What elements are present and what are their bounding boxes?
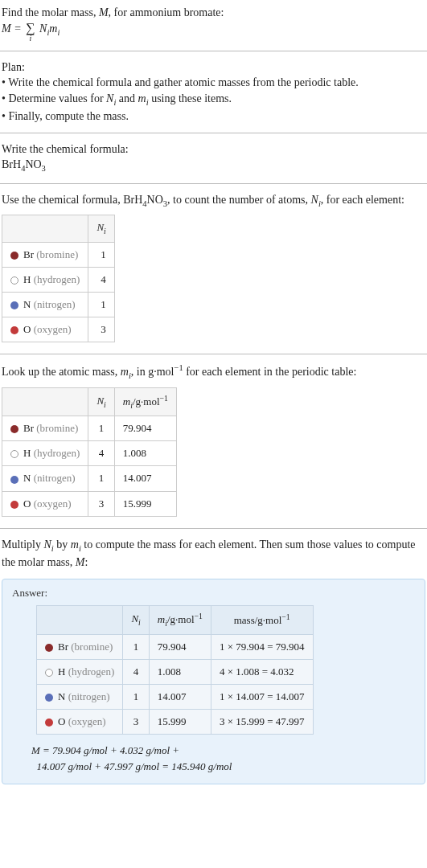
element-dot-icon xyxy=(10,301,18,309)
col-element xyxy=(2,215,88,242)
table-row: N (nitrogen) 1 14.007 xyxy=(2,466,177,491)
cell-element: O (oxygen) xyxy=(37,710,123,735)
element-dot-icon xyxy=(10,501,18,509)
lookup-section: Look up the atomic mass, mi, in g·mol−1 … xyxy=(0,358,427,524)
cell-mass: 4 × 1.008 = 4.032 xyxy=(211,659,313,684)
element-ring-icon xyxy=(10,450,18,458)
chemical-formula: BrH4NO3 xyxy=(2,157,425,174)
cell-mass: 1 × 14.007 = 14.007 xyxy=(211,685,313,710)
cell-element: N (nitrogen) xyxy=(2,293,88,317)
element-dot-icon xyxy=(45,719,53,727)
col-element xyxy=(37,606,123,635)
cell-element: N (nitrogen) xyxy=(2,466,88,491)
cell-ni: 1 xyxy=(123,634,149,659)
divider xyxy=(0,354,427,354)
divider xyxy=(0,528,427,529)
count-section: Use the chemical formula, BrH4NO3, to co… xyxy=(0,187,427,350)
cell-ni: 3 xyxy=(88,491,114,516)
divider xyxy=(0,183,427,184)
answer-box: Answer: Ni mi/g·mol−1 mass/g·mol−1 Br (b… xyxy=(2,579,425,785)
sigma-icon: ∑ i xyxy=(26,22,35,43)
answer-label: Answer: xyxy=(12,586,417,600)
col-mi: mi/g·mol−1 xyxy=(149,606,211,635)
cell-mi: 14.007 xyxy=(114,466,176,491)
count-text: Use the chemical formula, BrH4NO3, to co… xyxy=(2,192,425,210)
cell-mi: 15.999 xyxy=(114,491,176,516)
element-dot-icon xyxy=(10,476,18,484)
cell-mi: 1.008 xyxy=(114,441,176,466)
table-row: H (hydrogen) 4 1.008 4 × 1.008 = 4.032 xyxy=(37,659,314,684)
cell-element: Br (bromine) xyxy=(37,634,123,659)
cell-element: H (hydrogen) xyxy=(37,659,123,684)
cell-ni: 1 xyxy=(123,685,149,710)
intro-section: Find the molar mass, M, for ammonium bro… xyxy=(0,0,427,47)
cell-mass: 3 × 15.999 = 47.997 xyxy=(211,710,313,735)
final-line1: M = 79.904 g/mol + 4.032 g/mol + xyxy=(31,744,179,756)
multiply-text: Multiply Ni by mi to compute the mass fo… xyxy=(2,537,425,571)
cell-ni: 4 xyxy=(88,441,114,466)
final-mass: M = 79.904 g/mol + 4.032 g/mol + 14.007 … xyxy=(31,743,417,774)
table-row: O (oxygen) 3 15.999 3 × 15.999 = 47.997 xyxy=(37,710,314,735)
plan-section: Plan: Write the chemical formula and gat… xyxy=(0,55,427,129)
cell-ni: 4 xyxy=(88,267,114,292)
cell-element: O (oxygen) xyxy=(2,317,88,342)
col-mi: mi/g·mol−1 xyxy=(114,387,176,416)
answer-table: Ni mi/g·mol−1 mass/g·mol−1 Br (bromine) … xyxy=(36,605,314,735)
table-row: O (oxygen) 3 xyxy=(2,317,115,342)
col-ni: Ni xyxy=(88,387,114,416)
divider xyxy=(0,133,427,133)
table-row: N (nitrogen) 1 xyxy=(2,293,115,317)
cell-mass: 1 × 79.904 = 79.904 xyxy=(211,634,313,659)
table-row: Br (bromine) 1 79.904 xyxy=(2,416,177,441)
col-mass: mass/g·mol−1 xyxy=(211,606,313,635)
cell-ni: 4 xyxy=(123,659,149,684)
cell-mi: 1.008 xyxy=(149,659,211,684)
cell-ni: 3 xyxy=(123,710,149,735)
table-row: H (hydrogen) 4 1.008 xyxy=(2,441,177,466)
table-row: Br (bromine) 1 xyxy=(2,242,115,267)
cell-ni: 1 xyxy=(88,293,114,317)
cell-element: N (nitrogen) xyxy=(37,685,123,710)
plan-title: Plan: xyxy=(2,59,425,76)
plan-item: Finally, compute the mass. xyxy=(2,108,425,125)
formula-section: Write the chemical formula: BrH4NO3 xyxy=(0,137,427,180)
element-dot-icon xyxy=(45,644,53,652)
col-ni: Ni xyxy=(123,606,149,635)
table-row: N (nitrogen) 1 14.007 1 × 14.007 = 14.00… xyxy=(37,685,314,710)
lookup-text: Look up the atomic mass, mi, in g·mol−1 … xyxy=(2,362,425,382)
element-ring-icon xyxy=(45,669,53,677)
cell-ni: 1 xyxy=(88,466,114,491)
cell-element: H (hydrogen) xyxy=(2,267,88,292)
multiply-section: Multiply Ni by mi to compute the mass fo… xyxy=(0,532,427,575)
lookup-table: Ni mi/g·mol−1 Br (bromine) 1 79.904 H (h… xyxy=(2,387,177,517)
cell-ni: 3 xyxy=(88,317,114,342)
formula-label: Write the chemical formula: xyxy=(2,141,425,158)
divider xyxy=(0,51,427,51)
cell-mi: 79.904 xyxy=(149,634,211,659)
col-ni: Ni xyxy=(88,215,114,242)
element-dot-icon xyxy=(10,326,18,334)
cell-element: Br (bromine) xyxy=(2,416,88,441)
cell-ni: 1 xyxy=(88,416,114,441)
table-row: Br (bromine) 1 79.904 1 × 79.904 = 79.90… xyxy=(37,634,314,659)
cell-element: Br (bromine) xyxy=(2,242,88,267)
intro-text: Find the molar mass, M, for ammonium bro… xyxy=(2,5,425,21)
col-element xyxy=(2,387,88,416)
final-line2: 14.007 g/mol + 47.997 g/mol = 145.940 g/… xyxy=(37,760,232,772)
table-row: O (oxygen) 3 15.999 xyxy=(2,491,177,516)
cell-mi: 14.007 xyxy=(149,685,211,710)
element-ring-icon xyxy=(10,276,18,285)
plan-list: Write the chemical formula and gather at… xyxy=(2,75,425,125)
cell-ni: 1 xyxy=(88,242,114,267)
table-row: H (hydrogen) 4 xyxy=(2,267,115,292)
cell-element: O (oxygen) xyxy=(2,491,88,516)
count-table: Ni Br (bromine) 1 H (hydrogen) 4 N (nitr… xyxy=(2,215,115,342)
element-dot-icon xyxy=(10,425,18,433)
plan-item: Write the chemical formula and gather at… xyxy=(2,75,425,91)
element-dot-icon xyxy=(45,694,53,702)
cell-element: H (hydrogen) xyxy=(2,441,88,466)
cell-mi: 79.904 xyxy=(114,416,176,441)
plan-item: Determine values for Ni and mi using the… xyxy=(2,91,425,108)
element-dot-icon xyxy=(10,252,18,260)
cell-mi: 15.999 xyxy=(149,710,211,735)
